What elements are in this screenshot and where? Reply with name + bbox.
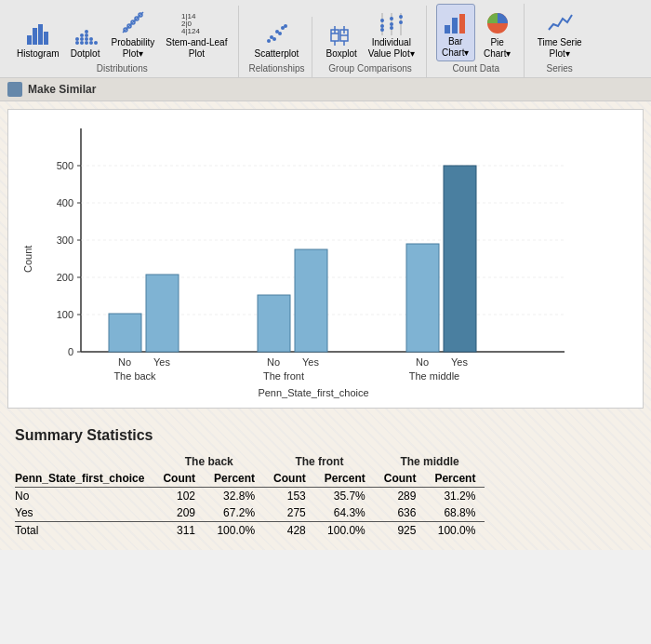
comparisons-label: Group Comparisons: [328, 63, 411, 74]
row-value-1: 100.0%: [205, 522, 264, 540]
bar-middle-no: [406, 244, 439, 352]
svg-rect-3: [44, 32, 48, 45]
row-value-2: 153: [264, 488, 315, 505]
bar-front-no: [258, 295, 290, 352]
histogram-button[interactable]: Histogram: [13, 17, 63, 61]
toolbar-group-comparisons: Boxplot: [314, 6, 426, 77]
row-value-5: 100.0%: [425, 522, 485, 540]
svg-point-45: [380, 28, 384, 32]
boxplot-button[interactable]: Boxplot: [322, 17, 360, 61]
stats-group-back: The back: [153, 453, 264, 470]
count-data-label: Count Data: [452, 63, 499, 74]
svg-text:No: No: [416, 356, 429, 368]
stats-header-label: Penn_State_first_choice: [15, 470, 153, 488]
svg-rect-0: [27, 35, 32, 45]
svg-rect-52: [452, 18, 458, 34]
individual-value-label: IndividualValue Plot▾: [368, 37, 415, 60]
stats-col-header-0: [15, 453, 153, 470]
svg-point-15: [94, 41, 98, 45]
row-value-5: 68.8%: [425, 504, 485, 522]
summary-title: Summary Statistics: [15, 427, 636, 444]
stats-group-front: The front: [264, 453, 375, 470]
individual-value-icon: [377, 7, 406, 37]
stats-header-percent-2: Percent: [315, 470, 375, 488]
toolbar-group-relationships: Scatterplot Relationships: [241, 17, 312, 77]
stats-table: The back The front The middle Penn_State…: [15, 453, 485, 539]
svg-point-48: [390, 26, 393, 30]
pie-chart-button[interactable]: PieChart▾: [479, 6, 516, 61]
dotplot-button[interactable]: Dotplot: [67, 17, 104, 61]
svg-text:No: No: [267, 356, 280, 368]
svg-point-25: [267, 39, 271, 43]
svg-rect-53: [459, 14, 465, 34]
svg-text:Yes: Yes: [153, 356, 170, 368]
boxplot-label: Boxplot: [326, 48, 356, 60]
svg-text:The middle: The middle: [409, 370, 459, 382]
pie-chart-label: PieChart▾: [484, 37, 511, 60]
stats-header-percent-3: Percent: [425, 470, 485, 488]
svg-point-7: [80, 37, 84, 41]
chart-container: Count 0 100 200: [7, 109, 644, 409]
individual-value-button[interactable]: IndividualValue Plot▾: [365, 6, 418, 61]
svg-text:500: 500: [57, 160, 73, 171]
row-value-2: 275: [264, 504, 315, 522]
row-value-0: 102: [153, 488, 205, 505]
row-value-0: 209: [153, 504, 205, 522]
svg-text:400: 400: [57, 197, 73, 208]
probability-plot-icon: [118, 7, 148, 37]
stem-and-leaf-label: Stem-and-LeafPlot: [166, 37, 227, 60]
svg-point-10: [85, 37, 88, 41]
row-value-1: 32.8%: [205, 488, 264, 505]
stats-header-percent-1: Percent: [205, 470, 264, 488]
stats-group-header-row: The back The front The middle: [15, 453, 485, 470]
bar-chart-icon: [441, 7, 471, 36]
bar-chart-svg: 0 100 200 300 400: [34, 119, 574, 398]
row-value-4: 289: [375, 488, 426, 505]
y-axis-label: Count: [18, 119, 34, 398]
make-similar-icon: [7, 82, 22, 97]
scatterplot-icon: [261, 19, 291, 48]
row-label: Total: [15, 522, 153, 540]
toolbar: Histogram: [0, 0, 651, 78]
make-similar-label: Make Similar: [28, 83, 96, 96]
svg-point-46: [390, 17, 393, 20]
bar-middle-yes: [444, 166, 476, 352]
stem-and-leaf-button[interactable]: 1|14 2|0 4|124 Stem-and-LeafPlot: [162, 6, 231, 61]
svg-text:200: 200: [57, 272, 73, 283]
row-label: Yes: [15, 504, 153, 522]
svg-point-11: [85, 34, 88, 37]
summary-section: Summary Statistics The back The front Th…: [0, 416, 651, 550]
bar-chart-button[interactable]: BarChart▾: [436, 4, 475, 61]
scatterplot-button[interactable]: Scatterplot: [251, 17, 303, 61]
stats-header-count-3: Count: [375, 470, 426, 488]
row-value-3: 100.0%: [315, 522, 375, 540]
svg-point-44: [380, 19, 384, 22]
row-value-1: 67.2%: [205, 504, 264, 522]
probability-plot-button[interactable]: ProbabilityPlot▾: [108, 6, 159, 61]
bar-back-no: [109, 314, 141, 352]
svg-rect-2: [38, 24, 43, 45]
pie-chart-icon: [483, 7, 512, 37]
row-value-3: 35.7%: [315, 488, 375, 505]
time-series-button[interactable]: Time SeriePlot▾: [534, 6, 586, 61]
svg-text:The front: The front: [263, 370, 304, 382]
svg-text:4|124: 4|124: [181, 27, 200, 35]
svg-line-16: [123, 12, 143, 33]
svg-text:Yes: Yes: [302, 356, 319, 368]
boxplot-icon: [326, 19, 356, 48]
dotplot-label: Dotplot: [71, 48, 100, 60]
svg-point-12: [85, 30, 88, 34]
svg-point-49: [399, 15, 403, 19]
svg-point-4: [75, 41, 79, 45]
stats-header-count-1: Count: [153, 470, 205, 488]
stats-body: No10232.8%15335.7%28931.2%Yes20967.2%275…: [15, 488, 485, 540]
bar-front-yes: [295, 249, 327, 352]
row-value-4: 636: [375, 504, 426, 522]
series-label: Series: [547, 63, 573, 74]
scatterplot-label: Scatterplot: [255, 48, 299, 60]
count-data-items: BarChart▾ PieChart▾: [436, 4, 516, 61]
comparisons-items: Boxplot: [322, 6, 418, 61]
stem-and-leaf-icon: 1|14 2|0 4|124: [181, 7, 211, 37]
toolbar-group-count-data: BarChart▾ PieChart▾ Count Data: [429, 4, 525, 77]
svg-point-13: [89, 41, 93, 45]
